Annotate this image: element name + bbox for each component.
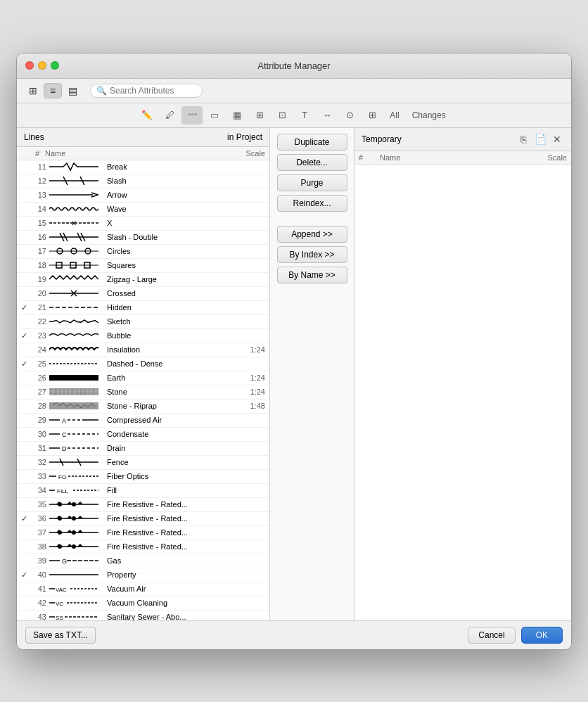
list-item[interactable]: 20 Crossed: [17, 287, 269, 301]
view-toggle-group: ⊞ ≡ ▤: [24, 83, 82, 98]
filter-tab-zone[interactable]: ▭: [204, 106, 225, 125]
list-item[interactable]: 30 C Condensate: [17, 428, 269, 442]
line-name: Break: [106, 162, 234, 171]
middle-panel: Duplicate Delete... Purge Reindex... App…: [270, 128, 354, 620]
filter-tab-composite[interactable]: ⊞: [249, 106, 270, 125]
svg-marker-52: [77, 502, 83, 504]
line-number: 41: [32, 585, 49, 593]
line-name: Wave: [106, 205, 234, 213]
list-item[interactable]: ✓ 21 Hidden: [17, 301, 269, 315]
col-name-header: Name: [42, 149, 230, 158]
filter-tab-fill[interactable]: 🖊: [159, 106, 180, 125]
list-item[interactable]: 24 Insulation 1:24: [17, 343, 269, 357]
line-number: 23: [32, 331, 49, 340]
filter-tab-dim[interactable]: ↔: [317, 106, 338, 125]
new-doc-icon[interactable]: 📄: [533, 132, 547, 146]
delete-button[interactable]: Delete...: [277, 154, 347, 171]
list-item[interactable]: 39 G Gas: [17, 554, 269, 568]
line-name: Gas: [106, 556, 234, 565]
duplicate-button[interactable]: Duplicate: [277, 134, 347, 151]
by-name-button[interactable]: By Name >>: [277, 267, 347, 283]
list-item[interactable]: 22 Sketch: [17, 315, 269, 329]
reindex-button[interactable]: Reindex...: [277, 195, 347, 212]
list-item[interactable]: 27 Stone 1:24: [17, 385, 269, 400]
lines-list[interactable]: 11 Break 12 Slash 13 Arrow 14 Wave 15: [17, 160, 269, 620]
filter-tab-profile[interactable]: ⊡: [271, 106, 293, 125]
svg-text:VAC: VAC: [56, 587, 67, 593]
detail-view-icon[interactable]: ▤: [63, 83, 82, 98]
by-index-button[interactable]: By Index >>: [277, 246, 347, 263]
list-view-icon[interactable]: ≡: [44, 83, 62, 98]
line-name: Stone - Riprap: [106, 402, 234, 410]
list-item[interactable]: ✓ 36 Fire Resistive - Rated...: [17, 512, 269, 526]
list-item[interactable]: 15 ✕ X: [17, 217, 269, 231]
line-number: 18: [32, 261, 49, 269]
line-preview-col: [49, 345, 106, 355]
list-item[interactable]: 11 Break: [17, 160, 269, 174]
filter-tabs: ✏️ 🖊 〰 ▭ ▦ ⊞ ⊡ T ↔ ⊙ ⊞ All Changes: [17, 103, 571, 128]
filter-tab-marker[interactable]: ⊙: [339, 106, 360, 125]
line-name: Circles: [106, 247, 234, 255]
close-button[interactable]: [25, 61, 34, 70]
save-txt-button[interactable]: Save as TXT...: [25, 627, 96, 644]
search-box[interactable]: 🔍: [90, 84, 203, 98]
list-item[interactable]: ✓ 40 Property: [17, 568, 269, 582]
filter-tab-line[interactable]: 〰: [181, 106, 203, 125]
line-preview-col: [49, 260, 106, 270]
line-preview-col: FO: [49, 471, 106, 481]
titlebar: Attribute Manager: [17, 53, 571, 79]
svg-marker-69: [67, 544, 72, 547]
line-number: 11: [32, 162, 49, 171]
line-number: 34: [32, 486, 49, 494]
minimize-button[interactable]: [38, 61, 46, 70]
left-panel-header: Lines in Project: [17, 128, 269, 147]
list-item[interactable]: 18 Squares: [17, 259, 269, 273]
window-title: Attribute Manager: [257, 60, 330, 71]
list-item[interactable]: 16 Slash - Double: [17, 231, 269, 245]
list-item[interactable]: ✓ 25 Dashed - Dense: [17, 357, 269, 371]
grid-view-icon[interactable]: ⊞: [24, 83, 42, 98]
content-area: Lines in Project # Name Scale 11 Break 1…: [17, 128, 571, 620]
list-item[interactable]: 13 Arrow: [17, 189, 269, 203]
filter-tab-surface[interactable]: ⊞: [362, 106, 383, 125]
list-item[interactable]: 34 FILL Fill: [17, 484, 269, 498]
cancel-button[interactable]: Cancel: [468, 627, 515, 644]
list-item[interactable]: 31 D Drain: [17, 442, 269, 456]
filter-tab-changes[interactable]: Changes: [407, 108, 452, 122]
close-panel-icon[interactable]: ✕: [550, 132, 564, 146]
list-item[interactable]: 32 Fence: [17, 456, 269, 470]
check-mark: ✓: [21, 570, 32, 580]
line-name: Condensate: [106, 430, 234, 438]
maximize-button[interactable]: [51, 61, 59, 70]
list-item[interactable]: 26 Earth 1:24: [17, 371, 269, 385]
filter-tab-pen[interactable]: ✏️: [136, 106, 158, 125]
search-input[interactable]: [110, 86, 201, 96]
list-item[interactable]: 42 VC Vacuum Cleaning: [17, 596, 269, 611]
append-button[interactable]: Append >>: [277, 226, 347, 243]
list-item[interactable]: 33 FO Fiber Optics: [17, 470, 269, 484]
svg-text:A: A: [62, 417, 66, 424]
list-item[interactable]: 17 Circles: [17, 245, 269, 259]
check-mark: ✓: [21, 359, 32, 369]
list-item[interactable]: 19 Zigzag - Large: [17, 273, 269, 287]
filter-tab-text[interactable]: T: [294, 106, 315, 125]
line-number: 24: [32, 345, 49, 354]
copy-to-icon[interactable]: ⎘: [516, 132, 530, 146]
list-item[interactable]: 41 VAC Vacuum Air: [17, 582, 269, 596]
svg-text:FO: FO: [58, 474, 66, 480]
list-item[interactable]: 37 Fire Resistive - Rated...: [17, 526, 269, 540]
filter-tab-hatch[interactable]: ▦: [226, 106, 248, 125]
line-preview-col: [49, 387, 106, 397]
filter-tab-all[interactable]: All: [384, 108, 404, 122]
list-item[interactable]: 14 Wave: [17, 203, 269, 217]
list-item[interactable]: 28 Stone - Riprap 1:48: [17, 400, 269, 414]
purge-button[interactable]: Purge: [277, 174, 347, 191]
list-item[interactable]: 43 SS Sanitary Sewer - Abo...: [17, 611, 269, 620]
list-item[interactable]: 38 Fire Resistive - Rated...: [17, 540, 269, 554]
list-item[interactable]: 12 Slash: [17, 174, 269, 189]
list-item[interactable]: 29 A Compressed Air: [17, 414, 269, 428]
svg-text:VC: VC: [56, 601, 63, 607]
list-item[interactable]: 35 Fire Resistive - Rated...: [17, 498, 269, 512]
ok-button[interactable]: OK: [521, 627, 563, 644]
list-item[interactable]: ✓ 23 Bubble: [17, 329, 269, 343]
